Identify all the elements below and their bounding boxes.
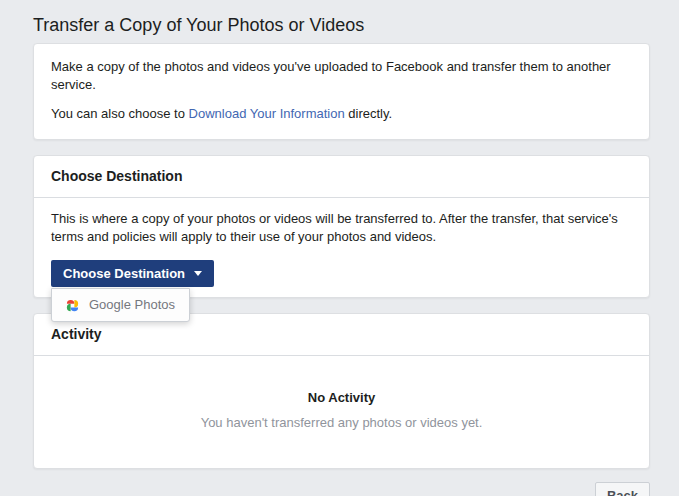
intro-card-body: Make a copy of the photos and videos you… xyxy=(34,44,649,139)
choose-destination-card-body: This is where a copy of your photos or v… xyxy=(34,198,649,297)
chevron-down-icon xyxy=(194,271,202,276)
no-activity-subtitle: You haven't transferred any photos or vi… xyxy=(51,414,632,432)
intro-paragraph-1: Make a copy of the photos and videos you… xyxy=(51,58,632,94)
dropdown-item-label: Google Photos xyxy=(89,296,175,314)
dropdown-item-google-photos[interactable]: Google Photos xyxy=(52,289,189,321)
choose-destination-card-header: Choose Destination xyxy=(34,156,649,198)
destination-dropdown: Choose Destination Google Photos xyxy=(51,260,214,287)
intro-paragraph-2-suffix: directly. xyxy=(345,106,392,121)
download-your-information-link[interactable]: Download Your Information xyxy=(189,106,345,121)
choose-destination-card: Choose Destination This is where a copy … xyxy=(33,155,650,298)
activity-card-title: Activity xyxy=(51,326,632,343)
transfer-settings-page: Transfer a Copy of Your Photos or Videos… xyxy=(0,0,679,496)
page-title: Transfer a Copy of Your Photos or Videos xyxy=(33,0,650,38)
destination-description: This is where a copy of your photos or v… xyxy=(51,210,632,246)
choose-destination-button[interactable]: Choose Destination xyxy=(51,260,214,287)
intro-card: Make a copy of the photos and videos you… xyxy=(33,43,650,140)
no-activity-title: No Activity xyxy=(51,389,632,407)
choose-destination-button-label: Choose Destination xyxy=(63,266,185,281)
back-button[interactable]: Back xyxy=(595,482,650,496)
intro-paragraph-2: You can also choose to Download Your Inf… xyxy=(51,105,632,123)
activity-card: Activity No Activity You haven't transfe… xyxy=(33,313,650,469)
google-photos-icon xyxy=(65,298,80,313)
choose-destination-card-title: Choose Destination xyxy=(51,168,632,185)
activity-card-body: No Activity You haven't transferred any … xyxy=(34,356,649,468)
destination-dropdown-menu: Google Photos xyxy=(51,288,190,322)
footer-actions: Back xyxy=(33,482,650,496)
intro-paragraph-2-prefix: You can also choose to xyxy=(51,106,189,121)
